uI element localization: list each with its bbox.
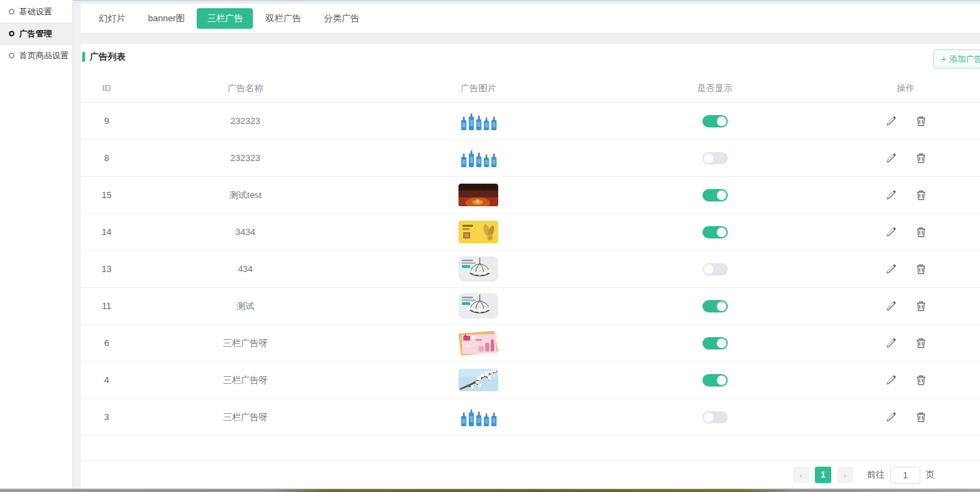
tab-label: 幻灯片 [99, 13, 125, 23]
cell-actions [831, 188, 980, 201]
pencil-icon [885, 338, 896, 348]
delete-button[interactable] [915, 188, 927, 201]
tab-category[interactable]: 分类广告 [313, 8, 369, 29]
pencil-icon [885, 264, 896, 274]
sidebar-item-basic-settings[interactable]: 基础设置 [0, 1, 72, 23]
page-number-button[interactable]: 1 [815, 467, 831, 483]
table-row: 9 232323 [81, 103, 980, 140]
cell-actions [831, 225, 980, 238]
delete-button[interactable] [915, 262, 927, 275]
visibility-toggle[interactable] [702, 337, 728, 349]
cell-name: 232323 [132, 116, 358, 126]
edit-button[interactable] [884, 188, 897, 201]
delete-button[interactable] [915, 114, 927, 127]
cell-actions [831, 262, 980, 275]
tab-three-column[interactable]: 三栏广告 [197, 8, 253, 29]
add-ad-button[interactable]: + 添加广告 [933, 49, 980, 69]
visibility-toggle[interactable] [702, 300, 728, 312]
tab-banner[interactable]: banner图 [138, 8, 195, 29]
visibility-toggle[interactable] [702, 374, 728, 386]
toggle-knob [704, 153, 713, 163]
content-card: 广告列表 + 添加广告 ID广告名称广告图片是否显示操作 9 232323 [81, 44, 980, 489]
table-row: 11 测试 [81, 288, 980, 325]
edit-button[interactable] [884, 410, 897, 423]
visibility-toggle[interactable] [702, 226, 728, 238]
cell-id: 13 [81, 264, 132, 274]
cell-actions [831, 299, 980, 312]
delete-button[interactable] [915, 410, 927, 423]
edit-button[interactable] [884, 225, 897, 238]
sidebar-item-label: 首页商品设置 [19, 50, 69, 62]
toggle-knob [717, 339, 726, 348]
visibility-toggle[interactable] [702, 152, 728, 164]
delete-button[interactable] [915, 373, 927, 386]
visibility-toggle[interactable] [702, 411, 728, 423]
circle-icon [9, 9, 14, 14]
toggle-knob [717, 116, 726, 126]
tab-two-column[interactable]: 双栏广告 [255, 8, 311, 29]
edit-button[interactable] [884, 373, 897, 386]
sidebar-menu: 基础设置 广告管理 首页商品设置 [0, 1, 72, 66]
cell-id: 14 [81, 227, 132, 237]
panel-header: 广告列表 + 添加广告 [81, 44, 980, 70]
sidebar-item-homepage-products[interactable]: 首页商品设置 [0, 45, 72, 66]
toggle-knob [717, 376, 726, 385]
section-marker-icon [82, 52, 85, 62]
pencil-icon [885, 227, 896, 237]
goto-page-input[interactable] [890, 467, 920, 484]
edit-button[interactable] [884, 151, 897, 164]
cell-actions [831, 114, 980, 127]
delete-button[interactable] [915, 299, 927, 312]
cell-visibility [598, 151, 831, 164]
delete-button[interactable] [915, 225, 927, 238]
sidebar-item-label: 基础设置 [19, 6, 52, 18]
toggle-knob [717, 227, 726, 237]
tabs-card: 幻灯片 banner图 三栏广告 双栏广告 分类广告 [81, 3, 980, 33]
edit-button[interactable] [884, 299, 897, 312]
panel-title: 广告列表 [90, 51, 125, 63]
table-row: 6 三栏广告呀 [81, 325, 980, 362]
visibility-toggle[interactable] [702, 189, 728, 201]
tab-label: 双栏广告 [265, 13, 301, 23]
bottom-strip [0, 489, 980, 492]
ad-thumbnail [459, 148, 498, 169]
page-unit-label: 页 [926, 469, 935, 481]
pencil-icon [885, 375, 896, 385]
cell-visibility [598, 299, 831, 312]
cell-name: 434 [132, 264, 358, 274]
cell-visibility [598, 410, 831, 423]
ad-thumbnail [458, 256, 498, 282]
cell-id: 4 [81, 375, 132, 385]
edit-button[interactable] [884, 336, 897, 349]
table-header: ID广告名称广告图片是否显示操作 [81, 74, 980, 103]
edit-button[interactable] [884, 262, 897, 275]
top-strip [0, 0, 980, 3]
cell-actions [831, 151, 980, 164]
prev-page-button[interactable]: ‹ [793, 467, 809, 483]
cell-image [358, 148, 598, 169]
delete-button[interactable] [915, 336, 927, 349]
visibility-toggle[interactable] [702, 115, 728, 127]
delete-button[interactable] [915, 151, 927, 164]
edit-button[interactable] [884, 114, 897, 127]
goto-label: 前往 [867, 469, 885, 481]
table-row: 15 测试test [81, 177, 980, 214]
ad-thumbnail [458, 369, 498, 391]
column-header: 是否显示 [598, 82, 831, 95]
cell-image [358, 293, 598, 319]
next-page-button[interactable]: › [837, 467, 853, 483]
sidebar-item-ad-management[interactable]: 广告管理 [0, 23, 72, 45]
trash-icon [916, 412, 926, 422]
trash-icon [916, 264, 926, 274]
visibility-toggle[interactable] [702, 263, 728, 275]
tab-label: 三栏广告 [207, 13, 243, 23]
toggle-knob [704, 265, 713, 274]
tab-slideshow[interactable]: 幻灯片 [88, 8, 136, 29]
column-header: 广告图片 [358, 82, 598, 95]
table-row: 3 三栏广告呀 [81, 399, 980, 436]
chevron-left-icon: ‹ [800, 470, 803, 480]
cell-visibility [598, 188, 831, 201]
circle-icon [9, 53, 14, 58]
toggle-knob [717, 302, 726, 311]
cell-image [358, 111, 598, 132]
